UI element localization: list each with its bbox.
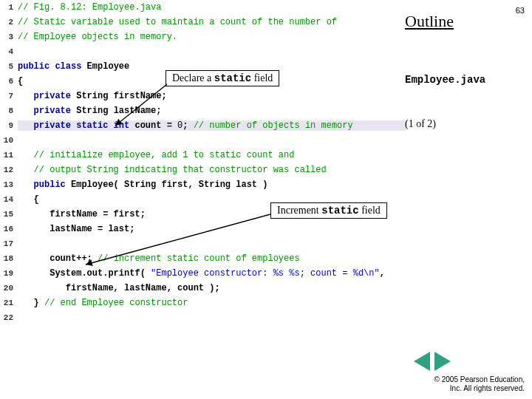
outline-heading: Outline xyxy=(405,12,454,31)
code-text: // Employee objects in memory. xyxy=(18,32,406,42)
code-text: // Static variable used to maintain a co… xyxy=(18,17,406,27)
line-number: 9 xyxy=(0,121,18,130)
line-number: 22 xyxy=(0,313,18,322)
code-text: } // end Employee constructor xyxy=(18,298,406,308)
line-number: 18 xyxy=(0,254,18,263)
callout-text: Increment xyxy=(277,205,321,216)
line-number: 11 xyxy=(0,151,18,160)
line-number: 5 xyxy=(0,62,18,71)
line-number: 7 xyxy=(0,92,18,100)
code-text: private String lastName; xyxy=(18,106,406,116)
callout-text: Declare a xyxy=(172,72,214,83)
nav-buttons xyxy=(414,352,451,371)
line-number: 17 xyxy=(0,239,18,248)
callout-code: static xyxy=(321,205,358,216)
line-number: 1 xyxy=(0,3,18,12)
callout-increment-static: Increment static field xyxy=(270,202,387,219)
line-number: 12 xyxy=(0,166,18,174)
code-text: count++; // increment static count of em… xyxy=(18,253,406,264)
line-number: 8 xyxy=(0,106,18,115)
next-slide-button[interactable] xyxy=(434,352,451,371)
copyright-text: Inc. All rights reserved. xyxy=(434,384,525,393)
line-number: 15 xyxy=(0,210,18,219)
code-text: System.out.printf( "Employee constructor… xyxy=(18,268,406,279)
code-text: // Fig. 8.12: Employee.java xyxy=(18,2,406,13)
code-text: // output String indicating that constru… xyxy=(18,165,406,175)
slide-part-label: (1 of 2) xyxy=(405,118,436,130)
callout-text: field xyxy=(359,205,381,216)
code-text: public Employee( String first, String la… xyxy=(18,180,406,190)
line-number: 4 xyxy=(0,47,18,56)
line-number: 6 xyxy=(0,77,18,86)
code-text: private String firstName; xyxy=(18,91,406,101)
code-text: lastName = last; xyxy=(18,224,406,234)
filename-label: Employee.java xyxy=(405,74,485,86)
line-number: 20 xyxy=(0,284,18,293)
callout-declare-static: Declare a static field xyxy=(166,70,279,86)
copyright-text: © 2005 Pearson Education, xyxy=(434,375,525,384)
line-number: 19 xyxy=(0,269,18,278)
line-number: 16 xyxy=(0,225,18,233)
code-text-highlight: private static int count = 0; // number … xyxy=(18,120,406,131)
prev-slide-button[interactable] xyxy=(414,352,430,371)
code-listing: 1// Fig. 8.12: Employee.java 2// Static … xyxy=(0,0,406,325)
line-number: 13 xyxy=(0,180,18,189)
line-number: 2 xyxy=(0,18,18,27)
callout-text: field xyxy=(251,72,273,83)
line-number: 14 xyxy=(0,195,18,204)
copyright-notice: © 2005 Pearson Education, Inc. All right… xyxy=(434,375,525,393)
code-text: firstName, lastName, count ); xyxy=(18,283,406,293)
line-number: 3 xyxy=(0,33,18,41)
line-number: 21 xyxy=(0,299,18,307)
callout-code: static xyxy=(214,72,251,84)
code-text: // initialize employee, add 1 to static … xyxy=(18,150,406,160)
line-number: 10 xyxy=(0,136,18,145)
page-number: 63 xyxy=(516,6,525,15)
